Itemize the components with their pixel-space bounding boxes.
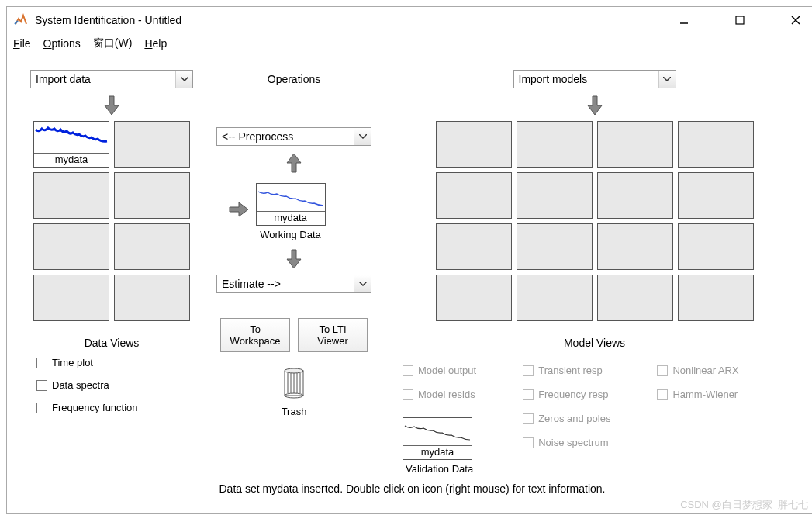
import-data-label: Import data <box>31 73 175 85</box>
checkbox-icon <box>657 389 668 400</box>
svg-point-10 <box>285 368 303 373</box>
data-slot-2[interactable] <box>114 121 190 168</box>
checkbox-icon <box>523 413 534 424</box>
model-slot-15[interactable] <box>597 275 673 321</box>
model-slot-3[interactable] <box>597 121 673 168</box>
model-slot-12[interactable] <box>678 223 754 270</box>
dropdown-arrow-icon <box>354 128 371 145</box>
data-slot-6[interactable] <box>114 223 190 270</box>
checkbox-icon <box>403 365 413 376</box>
model-slot-6[interactable] <box>517 172 593 219</box>
model-slot-16[interactable] <box>678 275 754 321</box>
working-data-thumbnail-icon <box>257 184 325 213</box>
check-time-plot[interactable]: Time plot <box>36 357 93 368</box>
check-hamm-wiener[interactable]: Hamm-Wiener <box>657 389 738 400</box>
check-model-output-label: Model output <box>418 365 476 376</box>
matlab-icon <box>13 12 29 28</box>
data-slot-8[interactable] <box>114 275 190 321</box>
window-title: System Identification - Untitled <box>35 14 669 26</box>
to-workspace-button[interactable]: To Workspace <box>220 318 290 352</box>
estimate-dropdown[interactable]: Estimate --> <box>216 275 371 293</box>
check-frequency-resp[interactable]: Frequency resp <box>523 389 610 400</box>
validation-data-box[interactable]: mydata <box>403 417 472 460</box>
checkbox-icon <box>403 389 413 400</box>
model-slot-2[interactable] <box>517 121 593 168</box>
model-views-title: Model Views <box>564 337 625 349</box>
models-column: Import models <box>395 70 794 475</box>
window-controls <box>669 9 811 31</box>
menubar: File Options 窗口(W) Help <box>7 33 812 54</box>
menu-file[interactable]: File <box>13 37 31 50</box>
menu-window[interactable]: 窗口(W) <box>93 36 133 50</box>
data-column: Import data mydata <box>30 70 193 475</box>
data-views-title: Data Views <box>85 337 140 349</box>
check-data-spectra-label: Data spectra <box>52 379 109 391</box>
check-time-plot-label: Time plot <box>52 357 93 368</box>
data-slot-7[interactable] <box>33 275 109 321</box>
operations-column: Operations <-- Preprocess <box>209 70 379 475</box>
arrow-right-icon <box>228 198 250 221</box>
model-slot-9[interactable] <box>436 223 512 270</box>
data-thumbnail-icon <box>34 122 109 154</box>
model-slot-11[interactable] <box>597 223 673 270</box>
check-data-spectra[interactable]: Data spectra <box>36 379 109 391</box>
preprocess-label: <-- Preprocess <box>217 130 354 143</box>
import-data-dropdown[interactable]: Import data <box>30 70 193 88</box>
working-data-label: Working Data <box>256 229 326 240</box>
check-model-resids[interactable]: Model resids <box>403 389 476 400</box>
check-nonlinear-arx[interactable]: Nonlinear ARX <box>657 365 738 376</box>
data-slot-3[interactable] <box>33 172 109 219</box>
working-data-row: mydata Working Data <box>263 178 326 240</box>
model-views-col1: Model output Model resids mydata <box>403 365 476 475</box>
close-button[interactable] <box>780 9 811 31</box>
model-slot-7[interactable] <box>597 172 673 219</box>
content-area: Import data mydata <box>7 54 812 513</box>
minimize-icon <box>679 16 689 25</box>
working-data-container: mydata Working Data <box>256 178 326 240</box>
menu-options[interactable]: Options <box>43 37 81 50</box>
check-frequency-label: Frequency resp <box>538 389 608 400</box>
model-slot-1[interactable] <box>436 121 512 168</box>
check-model-output[interactable]: Model output <box>403 365 476 376</box>
ops-button-row: To Workspace To LTI Viewer <box>220 318 368 352</box>
checkbox-icon <box>523 437 534 448</box>
maximize-icon <box>735 16 745 25</box>
data-slot-4[interactable] <box>114 172 190 219</box>
trash-icon <box>278 363 309 399</box>
check-zeros-poles[interactable]: Zeros and poles <box>523 413 610 424</box>
model-slot-grid <box>436 121 754 321</box>
to-lti-viewer-button[interactable]: To LTI Viewer <box>298 318 368 352</box>
check-model-resids-label: Model resids <box>418 389 475 400</box>
check-frequency-function[interactable]: Frequency function <box>36 402 138 413</box>
checkbox-icon <box>36 403 47 413</box>
model-slot-5[interactable] <box>436 172 512 219</box>
model-slot-14[interactable] <box>517 275 593 321</box>
model-slot-8[interactable] <box>678 172 754 219</box>
check-zeros-label: Zeros and poles <box>538 413 610 424</box>
model-views-col3: Nonlinear ARX Hamm-Wiener <box>657 365 738 475</box>
data-slot-5[interactable] <box>33 223 109 270</box>
menu-help[interactable]: Help <box>144 37 167 50</box>
model-slot-13[interactable] <box>436 275 512 321</box>
working-data-box[interactable]: mydata <box>256 183 326 226</box>
check-noise-spectrum[interactable]: Noise spectrum <box>523 437 610 448</box>
close-icon <box>790 15 801 26</box>
titlebar: System Identification - Untitled <box>7 7 812 33</box>
validation-thumbnail-icon <box>403 418 472 448</box>
model-slot-10[interactable] <box>517 223 593 270</box>
model-slot-4[interactable] <box>678 121 754 168</box>
data-slot-1[interactable]: mydata <box>33 121 109 168</box>
preprocess-dropdown[interactable]: <-- Preprocess <box>216 127 371 146</box>
check-transient-resp[interactable]: Transient resp <box>523 365 610 376</box>
data-slot-grid: mydata <box>33 121 190 321</box>
dropdown-arrow-icon <box>175 71 192 88</box>
checkbox-icon <box>36 358 47 368</box>
maximize-button[interactable] <box>724 9 755 31</box>
check-nonlinear-label: Nonlinear ARX <box>672 365 738 376</box>
check-hamm-label: Hamm-Wiener <box>672 389 738 400</box>
trash-area[interactable]: Trash <box>278 363 309 417</box>
import-models-label: Import models <box>514 73 658 85</box>
minimize-button[interactable] <box>669 9 700 31</box>
arrow-up-icon <box>282 152 306 174</box>
import-models-dropdown[interactable]: Import models <box>513 70 676 88</box>
